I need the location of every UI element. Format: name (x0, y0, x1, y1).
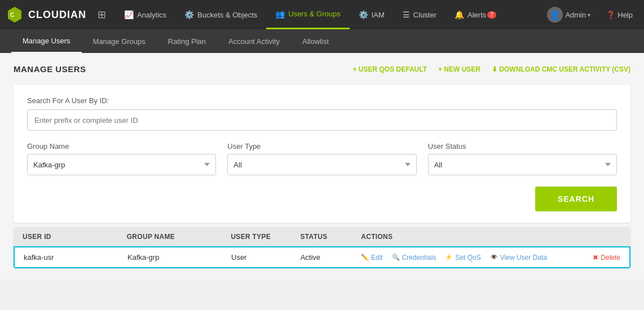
table-row: kafka-usr Kafka-grp User Active ✏️ Edit … (14, 246, 630, 268)
credentials-icon: 🔍 (392, 254, 400, 261)
user-type-label: User Type (227, 142, 416, 150)
edit-action[interactable]: ✏️ Edit (361, 254, 383, 262)
group-name-select[interactable]: Kafka-grp (27, 154, 216, 175)
qos-icon: ⚡ (445, 254, 453, 261)
view-user-data-action[interactable]: 👁️ View User Data (490, 254, 547, 262)
table-header: USER ID GROUP NAME USER TYPE STATUS ACTI… (14, 227, 630, 246)
alerts-badge: 7 (487, 11, 496, 19)
col-header-actions: ACTIONS (361, 233, 621, 241)
actions-cell: ✏️ Edit 🔍 Credentials ⚡ Set QoS 👁️ View … (361, 254, 620, 262)
nav-item-iam[interactable]: ⚙️ IAM (350, 0, 394, 29)
group-name-filter: Group Name Kafka-grp (27, 142, 216, 175)
nav-item-analytics[interactable]: 📈 Analytics (115, 0, 175, 29)
view-data-icon: 👁️ (490, 254, 498, 261)
admin-avatar: 👤 (547, 7, 563, 23)
set-qos-action[interactable]: ⚡ Set QoS (445, 254, 480, 262)
search-by-id-input[interactable] (27, 109, 617, 131)
admin-menu[interactable]: 👤 Admin ▾ (541, 0, 596, 29)
col-header-usertype: USER TYPE (231, 233, 300, 241)
user-status-select[interactable]: All (428, 154, 617, 175)
group-name-cell: Kafka-grp (127, 253, 231, 262)
nav-item-alerts[interactable]: 🔔 Alerts 7 (445, 0, 505, 29)
sub-nav: Manage Users Manage Groups Rating Plan A… (0, 29, 644, 53)
search-section: Search For A User By ID: Group Name Kafk… (14, 85, 630, 223)
alerts-icon: 🔔 (455, 10, 464, 19)
help-icon: ❓ (606, 11, 615, 19)
edit-icon: ✏️ (361, 254, 369, 261)
grid-icon[interactable]: ⊞ (98, 8, 106, 21)
page-title: MANAGE USERS (14, 64, 86, 74)
nav-item-users-groups[interactable]: 👥 Users & Groups (266, 0, 349, 29)
search-by-id-label: Search For A User By ID: (27, 96, 617, 105)
col-header-groupname: GROUP NAME (127, 233, 231, 241)
delete-icon: ✖ (593, 254, 598, 262)
user-status-filter: User Status All (428, 142, 617, 175)
help-menu[interactable]: ❓ Help (601, 0, 638, 29)
download-csv-button[interactable]: ⬇ DOWNLOAD CMC USER ACTIVITY (CSV) (492, 65, 630, 73)
buckets-icon: ⚙️ (184, 10, 194, 19)
search-button[interactable]: SEARCH (535, 187, 617, 211)
main-content: MANAGE USERS + USER QOS DEFAULT + NEW US… (0, 53, 644, 280)
user-type-cell: User (231, 253, 301, 262)
users-table: USER ID GROUP NAME USER TYPE STATUS ACTI… (14, 227, 630, 268)
filter-row: Group Name Kafka-grp User Type All User … (27, 142, 617, 175)
user-status-label: User Status (428, 142, 617, 150)
user-qos-default-button[interactable]: + USER QOS DEFAULT (353, 65, 427, 73)
analytics-icon: 📈 (124, 10, 134, 19)
user-id-cell: kafka-usr (24, 253, 127, 262)
top-nav: C CLOUDIAN ⊞ 📈 Analytics ⚙️ Buckets & Ob… (0, 0, 644, 29)
iam-icon: ⚙️ (359, 10, 368, 19)
logo[interactable]: C CLOUDIAN (6, 6, 86, 24)
delete-action[interactable]: ✖ Delete (593, 254, 620, 262)
nav-right: 👤 Admin ▾ ❓ Help (541, 0, 638, 29)
subnav-manage-users[interactable]: Manage Users (11, 29, 82, 53)
nav-item-buckets-objects[interactable]: ⚙️ Buckets & Objects (175, 0, 266, 29)
subnav-manage-groups[interactable]: Manage Groups (82, 29, 157, 53)
credentials-action[interactable]: 🔍 Credentials (392, 254, 436, 262)
page-header: MANAGE USERS + USER QOS DEFAULT + NEW US… (14, 64, 630, 74)
users-icon: 👥 (275, 10, 285, 19)
status-cell: Active (301, 253, 361, 262)
subnav-rating-plan[interactable]: Rating Plan (157, 29, 217, 53)
search-btn-row: SEARCH (27, 187, 617, 211)
header-actions: + USER QOS DEFAULT + NEW USER ⬇ DOWNLOAD… (353, 65, 630, 73)
col-header-status: STATUS (301, 233, 361, 241)
group-name-label: Group Name (27, 142, 216, 150)
nav-items: 📈 Analytics ⚙️ Buckets & Objects 👥 Users… (115, 0, 541, 29)
svg-text:C: C (10, 12, 14, 18)
subnav-account-activity[interactable]: Account Activity (217, 29, 291, 53)
user-type-select[interactable]: All (227, 154, 416, 175)
logo-text: CLOUDIAN (28, 9, 86, 21)
new-user-button[interactable]: + NEW USER (438, 65, 480, 73)
nav-item-cluster[interactable]: ☰ Cluster (394, 0, 445, 29)
cluster-icon: ☰ (403, 10, 410, 19)
user-type-filter: User Type All (227, 142, 416, 175)
subnav-allowlist[interactable]: Allowlist (291, 29, 340, 53)
col-header-userid: USER ID (23, 233, 127, 241)
